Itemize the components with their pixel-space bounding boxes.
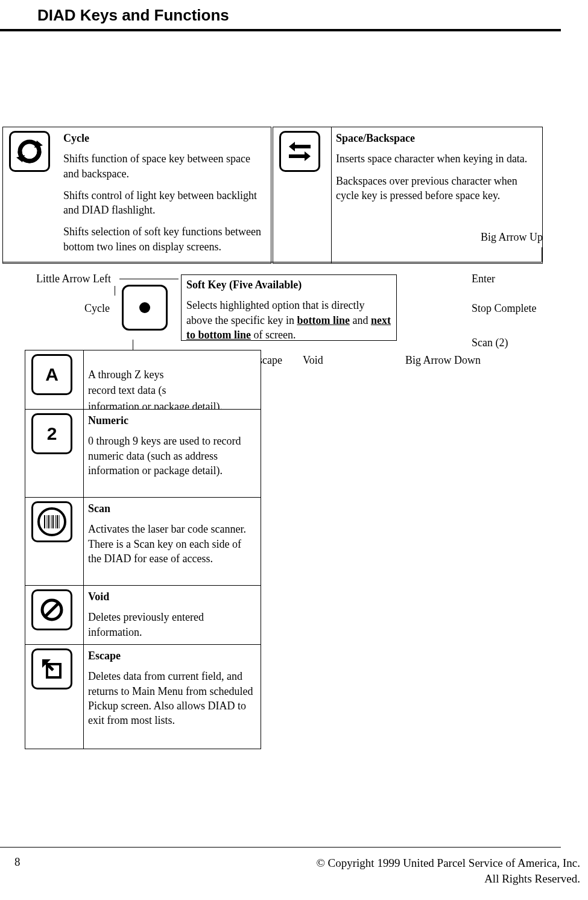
- escape-row: Escape Deletes data from current field, …: [25, 644, 261, 749]
- label-little-arrow-left: Little Arrow Left: [36, 273, 111, 285]
- softkey-title: Soft Key (Five Available): [186, 277, 391, 292]
- escape-desc: Deletes data from current field, and ret…: [88, 669, 257, 727]
- alpha-row: A A through Z keys record text data (s i…: [25, 350, 261, 410]
- alpha-line2: record text data (s: [88, 383, 257, 398]
- softkey-box: Soft Key (Five Available) Selects highli…: [181, 274, 397, 341]
- void-icon: [31, 589, 72, 630]
- footer-copyright: © Copyright 1999 United Parcel Service o…: [316, 855, 580, 886]
- numeric-title: Numeric: [88, 413, 257, 428]
- alpha-line1: A through Z keys: [88, 367, 257, 382]
- svg-marker-3: [289, 151, 311, 161]
- escape-title: Escape: [88, 648, 257, 663]
- svg-point-4: [139, 302, 150, 313]
- page-number: 8: [14, 855, 21, 869]
- page-title: DIAD Keys and Functions: [37, 6, 229, 25]
- scan-row: Scan Activates the laser bar code scanne…: [25, 497, 261, 586]
- cycle-p3: Shifts selection of soft key functions b…: [63, 224, 262, 254]
- void-desc: Deletes previously entered information.: [88, 610, 257, 639]
- label-scan2: Scan (2): [472, 337, 508, 349]
- tick-big-arrow-up: [542, 247, 542, 262]
- svg-line-17: [45, 603, 58, 616]
- cycle-icon: [9, 131, 50, 172]
- tick-left-table: [133, 340, 133, 350]
- label-big-arrow-up: Big Arrow Up: [481, 231, 543, 244]
- footer-rule: [0, 847, 561, 848]
- space-backspace-icon: [279, 131, 320, 172]
- space-bs-title: Space/Backspace: [336, 131, 535, 145]
- space-bs-p1: Inserts space character when keying in d…: [336, 151, 535, 166]
- cycle-p1: Shifts function of space key between spa…: [63, 151, 262, 181]
- void-row: Void Deletes previously entered informat…: [25, 585, 261, 645]
- svg-text:A: A: [45, 364, 58, 384]
- numeric-icon: 2: [31, 413, 72, 454]
- header-rule: [0, 29, 561, 31]
- scan-title: Scan: [88, 501, 257, 516]
- cycle-title: Cycle: [63, 131, 262, 145]
- softkey-icon: [122, 285, 168, 331]
- softkey-desc: Selects highlighted option that is direc…: [186, 298, 391, 342]
- svg-text:2: 2: [47, 423, 57, 443]
- void-title: Void: [88, 589, 257, 604]
- escape-icon: [31, 648, 72, 689]
- cycle-p2: Shifts control of light key between back…: [63, 188, 262, 218]
- alpha-icon: A: [31, 354, 72, 395]
- svg-marker-2: [289, 142, 311, 151]
- scan-icon: [31, 501, 72, 542]
- tick-lal: [115, 286, 115, 296]
- numeric-desc: 0 through 9 keys are used to record nume…: [88, 434, 257, 478]
- numeric-row: 2 Numeric 0 through 9 keys are used to r…: [25, 409, 261, 498]
- scan-desc: Activates the laser bar code scanner. Th…: [88, 522, 257, 566]
- label-void: Void: [303, 354, 323, 367]
- space-bs-p2: Backspaces over previous character when …: [336, 174, 535, 203]
- label-enter: Enter: [472, 273, 495, 285]
- label-cycle: Cycle: [84, 302, 110, 315]
- cycle-box: Cycle Shifts function of space key betwe…: [2, 127, 271, 264]
- label-big-arrow-down: Big Arrow Down: [405, 354, 481, 367]
- label-stop-complete: Stop Complete: [472, 302, 537, 315]
- rule-under-top-boxes: [2, 262, 542, 262]
- svg-point-7: [39, 509, 65, 535]
- rule-lal: [119, 279, 179, 279]
